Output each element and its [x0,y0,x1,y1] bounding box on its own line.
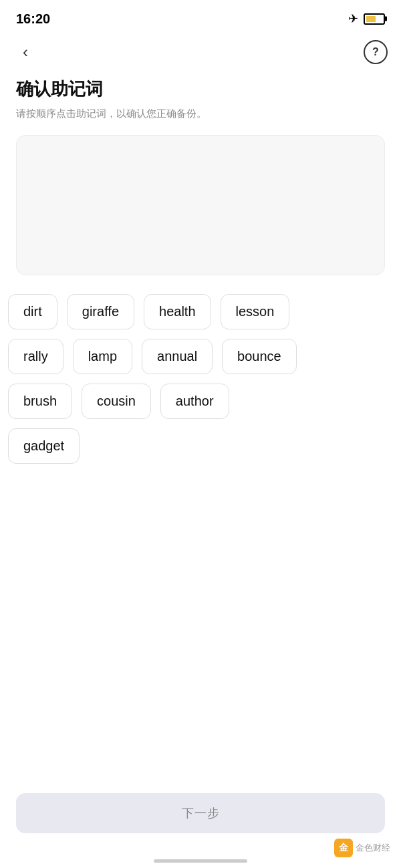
footer-area: 下一步 [16,793,385,833]
page-title: 确认助记词 [16,78,385,101]
word-chip-giraffe[interactable]: giraffe [67,294,134,329]
airplane-icon: ✈ [348,11,358,26]
help-button[interactable]: ? [364,40,388,64]
word-chip-lamp[interactable]: lamp [73,339,132,374]
page-subtitle: 请按顺序点击助记词，以确认您正确备份。 [16,106,385,122]
page-content: 确认助记词 请按顺序点击助记词，以确认您正确备份。 [0,69,401,275]
word-chip-lesson[interactable]: lesson [221,294,290,329]
battery-icon [364,13,385,25]
home-indicator [154,859,247,863]
status-bar: 16:20 ✈ [0,0,401,35]
word-row-3: brush cousin author [8,384,393,419]
word-chip-brush[interactable]: brush [8,384,72,419]
word-row-2: rally lamp annual bounce [8,339,393,374]
phrase-selection-box [16,135,385,275]
watermark: 金 金色财经 [334,839,390,857]
word-row-1: dirt giraffe health lesson [8,294,393,329]
word-chip-author[interactable]: author [160,384,229,419]
watermark-logo: 金 [334,839,353,857]
battery-fill [366,16,376,22]
back-button[interactable]: ‹ [13,40,37,64]
word-chip-rally[interactable]: rally [8,339,63,374]
watermark-text: 金色财经 [356,842,390,854]
word-grid: dirt giraffe health lesson rally lamp an… [0,294,401,464]
word-chip-annual[interactable]: annual [142,339,213,374]
word-chip-dirt[interactable]: dirt [8,294,57,329]
nav-bar: ‹ ? [0,35,401,69]
next-button[interactable]: 下一步 [16,793,385,833]
word-row-4: gadget [8,428,393,464]
word-chip-gadget[interactable]: gadget [8,428,80,464]
word-chip-health[interactable]: health [144,294,211,329]
status-time: 16:20 [16,11,50,27]
status-icons: ✈ [348,11,385,26]
word-chip-cousin[interactable]: cousin [82,384,151,419]
word-chip-bounce[interactable]: bounce [222,339,297,374]
